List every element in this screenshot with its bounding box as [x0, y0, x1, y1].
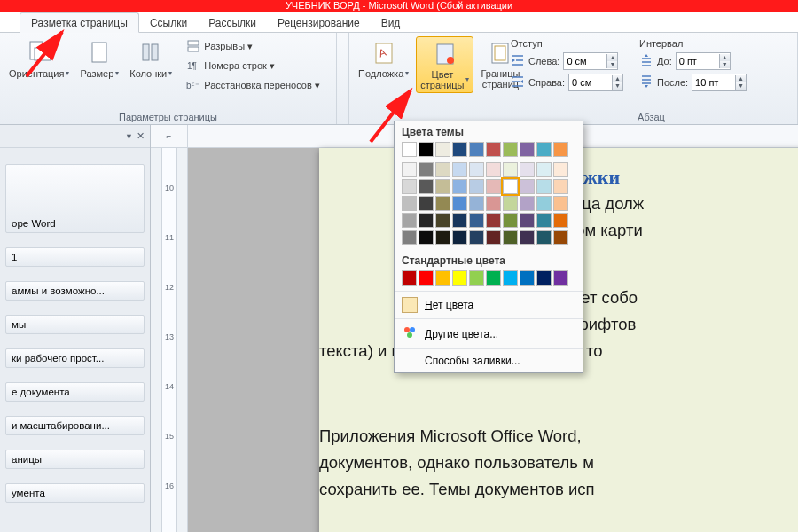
color-swatch[interactable] [452, 162, 467, 177]
spin-down-icon[interactable]: ▼ [720, 61, 730, 68]
nav-item[interactable]: мы [5, 315, 145, 334]
color-swatch[interactable] [553, 230, 568, 245]
color-swatch[interactable] [553, 179, 568, 194]
tab-references[interactable]: Ссылки [139, 13, 198, 32]
spin-up-icon[interactable]: ▲ [736, 75, 746, 82]
color-swatch[interactable] [486, 196, 501, 211]
color-swatch[interactable] [553, 142, 568, 157]
color-swatch[interactable] [520, 196, 535, 211]
color-swatch[interactable] [520, 142, 535, 157]
color-swatch[interactable] [402, 142, 417, 157]
hyphenation-button[interactable]: bᶜ⁻ Расстановка переносов ▾ [183, 75, 324, 95]
nav-item[interactable]: и масштабировани... [5, 416, 145, 435]
color-swatch[interactable] [536, 179, 552, 194]
indent-left-input[interactable]: ▲▼ [563, 52, 618, 70]
spin-up-icon[interactable]: ▲ [607, 54, 617, 61]
tab-view[interactable]: Вид [371, 13, 411, 32]
color-swatch[interactable] [419, 270, 434, 286]
close-icon[interactable]: ✕ [137, 130, 145, 142]
color-swatch[interactable] [452, 213, 467, 228]
columns-button[interactable]: Колонки▾ [126, 36, 176, 81]
color-swatch[interactable] [486, 179, 501, 194]
chevron-down-icon[interactable]: ▼ [125, 132, 133, 141]
color-swatch[interactable] [419, 213, 434, 228]
color-swatch[interactable] [435, 196, 450, 211]
orientation-button[interactable]: Ориентация▾ [5, 36, 73, 81]
color-swatch[interactable] [435, 230, 450, 245]
color-swatch[interactable] [452, 142, 467, 157]
color-swatch[interactable] [503, 162, 518, 177]
color-swatch[interactable] [503, 213, 518, 228]
color-swatch[interactable] [419, 142, 434, 157]
tab-mailings[interactable]: Рассылки [198, 13, 267, 32]
color-swatch[interactable] [402, 162, 417, 177]
fill-effects-item[interactable]: Способы заливки... [395, 348, 583, 372]
nav-item[interactable]: ки рабочего прост... [5, 348, 145, 368]
color-swatch[interactable] [469, 179, 484, 194]
color-swatch[interactable] [469, 230, 484, 245]
color-swatch[interactable] [536, 213, 552, 228]
no-color-item[interactable]: Нет цвета [395, 291, 583, 318]
color-swatch[interactable] [402, 196, 417, 211]
color-swatch[interactable] [486, 230, 501, 245]
color-swatch[interactable] [435, 179, 450, 194]
color-swatch[interactable] [520, 230, 535, 245]
color-swatch[interactable] [486, 213, 501, 228]
watermark-button[interactable]: A Подложка▾ [355, 36, 412, 81]
spin-down-icon[interactable]: ▼ [607, 61, 617, 68]
color-swatch[interactable] [503, 179, 518, 194]
color-swatch[interactable] [503, 270, 518, 286]
color-swatch[interactable] [536, 142, 552, 157]
color-swatch[interactable] [435, 142, 450, 157]
color-swatch[interactable] [520, 270, 535, 286]
tab-review[interactable]: Рецензирование [267, 13, 371, 32]
color-swatch[interactable] [402, 213, 417, 228]
color-swatch[interactable] [469, 142, 484, 157]
nav-item[interactable]: умента [5, 483, 145, 503]
color-swatch[interactable] [536, 270, 552, 286]
nav-item[interactable]: 1 [5, 247, 145, 267]
color-swatch[interactable] [419, 196, 434, 211]
color-swatch[interactable] [520, 213, 535, 228]
color-swatch[interactable] [536, 196, 552, 211]
color-swatch[interactable] [435, 270, 450, 286]
nav-item[interactable]: ope Word [5, 164, 145, 233]
color-swatch[interactable] [486, 162, 501, 177]
color-swatch[interactable] [452, 270, 467, 286]
color-swatch[interactable] [402, 230, 417, 245]
color-swatch[interactable] [536, 162, 552, 177]
color-swatch[interactable] [419, 179, 434, 194]
nav-item[interactable]: е документа [5, 382, 145, 402]
color-swatch[interactable] [452, 179, 467, 194]
color-swatch[interactable] [520, 179, 535, 194]
color-swatch[interactable] [553, 213, 568, 228]
spin-up-icon[interactable]: ▲ [720, 54, 730, 61]
color-swatch[interactable] [469, 196, 484, 211]
color-swatch[interactable] [553, 162, 568, 177]
color-swatch[interactable] [503, 230, 518, 245]
color-swatch[interactable] [469, 270, 484, 286]
color-swatch[interactable] [486, 142, 501, 157]
color-swatch[interactable] [486, 270, 501, 286]
color-swatch[interactable] [435, 162, 450, 177]
spin-down-icon[interactable]: ▼ [736, 82, 746, 90]
more-colors-item[interactable]: Другие цвета... [395, 318, 583, 348]
page-color-button[interactable]: Цвет страницы▾ [416, 36, 473, 93]
spin-up-icon[interactable]: ▲ [613, 75, 622, 82]
color-swatch[interactable] [435, 213, 450, 228]
tab-page-layout[interactable]: Разметка страницы [20, 12, 139, 33]
color-swatch[interactable] [553, 196, 568, 211]
color-swatch[interactable] [419, 162, 434, 177]
color-swatch[interactable] [402, 179, 417, 194]
color-swatch[interactable] [503, 196, 518, 211]
color-swatch[interactable] [402, 270, 417, 286]
size-button[interactable]: Размер▾ [76, 36, 122, 81]
indent-right-input[interactable]: ▲▼ [568, 74, 623, 91]
spacing-before-input[interactable]: ▲▼ [676, 52, 731, 70]
color-swatch[interactable] [520, 162, 535, 177]
breaks-button[interactable]: Разрывы ▾ [183, 36, 324, 56]
color-swatch[interactable] [452, 230, 467, 245]
spin-down-icon[interactable]: ▼ [613, 82, 622, 90]
color-swatch[interactable] [469, 162, 484, 177]
color-swatch[interactable] [469, 213, 484, 228]
